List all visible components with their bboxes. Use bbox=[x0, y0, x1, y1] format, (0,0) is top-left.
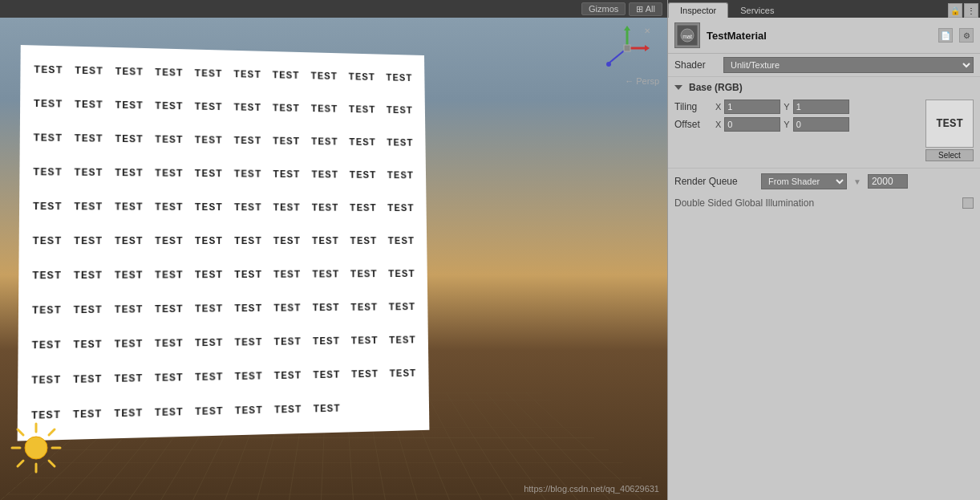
test-cell: TEST bbox=[346, 324, 383, 356]
viewport-toolbar: Gizmos ⊞ All bbox=[0, 0, 667, 18]
svg-rect-6 bbox=[624, 45, 630, 51]
test-cell: TEST bbox=[150, 396, 188, 429]
test-cell: TEST bbox=[269, 392, 307, 425]
test-cell: TEST bbox=[346, 358, 383, 391]
test-cell: TEST bbox=[268, 59, 305, 91]
all-button[interactable]: ⊞ All bbox=[629, 2, 662, 16]
test-cell: TEST bbox=[68, 362, 107, 396]
test-cell: TEST bbox=[190, 157, 228, 189]
test-cell: TEST bbox=[150, 90, 188, 123]
tiling-y-input[interactable] bbox=[793, 100, 849, 114]
tiling-x-input[interactable] bbox=[724, 100, 780, 114]
shader-row: Shader Unlit/Texture bbox=[668, 54, 980, 77]
base-rgb-header: Base (RGB) bbox=[668, 77, 980, 96]
plane-container: TEST TEST TEST TEST TEST TEST TEST TEST … bbox=[18, 45, 430, 441]
texture-preview[interactable]: TEST bbox=[925, 100, 974, 148]
test-cell: TEST bbox=[28, 87, 67, 120]
material-header: mat TestMaterial 📄 ⚙ bbox=[668, 18, 980, 54]
test-cell: TEST bbox=[381, 62, 417, 93]
test-cell: TEST bbox=[27, 224, 67, 257]
tab-inspector[interactable]: Inspector bbox=[668, 2, 728, 18]
panel-tabs: Inspector Services 🔒 ⋮ bbox=[668, 0, 980, 18]
test-cell: TEST bbox=[150, 327, 188, 360]
offset-row: Offset X Y bbox=[674, 117, 917, 132]
test-cell: TEST bbox=[29, 53, 68, 86]
test-cell: TEST bbox=[190, 360, 229, 394]
base-params: Tiling X Y Offset X Y bbox=[674, 100, 917, 135]
test-cell: TEST bbox=[109, 258, 148, 291]
test-cell: TEST bbox=[308, 325, 345, 358]
tiling-x-label: X bbox=[715, 102, 721, 112]
select-button[interactable]: Select bbox=[925, 149, 974, 161]
test-cell: TEST bbox=[110, 89, 148, 122]
test-cell: TEST bbox=[382, 95, 418, 126]
gizmo-area: ✕ ← Persp bbox=[603, 24, 659, 88]
test-cell: TEST bbox=[269, 225, 306, 257]
lock-icon-btn[interactable]: 🔒 bbox=[948, 3, 962, 18]
test-cell: TEST bbox=[229, 58, 266, 90]
offset-y-label: Y bbox=[784, 120, 789, 129]
render-queue-value-input[interactable] bbox=[868, 174, 908, 189]
test-cell: TEST bbox=[229, 91, 266, 124]
test-cell: TEST bbox=[28, 156, 67, 189]
offset-x-input[interactable] bbox=[724, 117, 780, 132]
test-cell: TEST bbox=[70, 55, 109, 87]
svg-line-12 bbox=[18, 429, 23, 435]
test-cell: TEST bbox=[306, 93, 343, 125]
test-cell: TEST bbox=[69, 122, 108, 155]
test-cell: TEST bbox=[109, 327, 148, 361]
offset-label: Offset bbox=[674, 119, 711, 130]
svg-marker-3 bbox=[645, 45, 650, 51]
material-icon: mat bbox=[674, 22, 700, 48]
test-cell: TEST bbox=[268, 158, 305, 190]
test-cell: TEST bbox=[70, 88, 109, 121]
shader-select[interactable]: Unlit/Texture bbox=[723, 57, 974, 73]
gizmos-button[interactable]: Gizmos bbox=[581, 2, 626, 15]
test-cell: TEST bbox=[190, 292, 229, 325]
test-cell: TEST bbox=[190, 225, 228, 257]
test-cell: TEST bbox=[26, 294, 67, 327]
test-cell: TEST bbox=[110, 157, 148, 189]
test-cell: TEST bbox=[383, 160, 419, 191]
test-cell: TEST bbox=[307, 291, 344, 323]
tiling-xy: X Y bbox=[715, 100, 849, 114]
test-cell: TEST bbox=[229, 225, 267, 257]
test-cell: TEST bbox=[229, 258, 267, 291]
test-cell: TEST bbox=[229, 326, 267, 359]
dsgi-checkbox[interactable] bbox=[962, 197, 974, 209]
render-queue-select[interactable]: From Shader bbox=[761, 173, 847, 189]
test-cell: TEST bbox=[382, 127, 418, 158]
test-cell: TEST bbox=[344, 126, 380, 157]
tiling-y-label: Y bbox=[784, 102, 789, 112]
base-rgb-content: Tiling X Y Offset X Y bbox=[668, 96, 980, 169]
test-cell: TEST bbox=[190, 258, 228, 291]
test-cell: TEST bbox=[269, 359, 306, 392]
test-cell: TEST bbox=[67, 397, 107, 432]
test-cell: TEST bbox=[26, 363, 67, 397]
test-cell: TEST bbox=[346, 291, 383, 323]
test-cell: TEST bbox=[26, 328, 67, 362]
test-cell: TEST bbox=[385, 357, 422, 389]
test-cell: TEST bbox=[268, 125, 305, 157]
tab-services[interactable]: Services bbox=[728, 2, 786, 18]
test-cell: TEST bbox=[150, 191, 188, 223]
test-cell: TEST bbox=[383, 225, 419, 256]
test-cell: TEST bbox=[384, 324, 421, 356]
test-cell: TEST bbox=[306, 159, 343, 191]
test-cell: TEST bbox=[110, 55, 148, 88]
test-cell: TEST bbox=[345, 225, 382, 256]
offset-xy: X Y bbox=[715, 117, 849, 132]
test-cell: TEST bbox=[109, 362, 148, 396]
material-settings-btn[interactable]: ⚙ bbox=[959, 28, 974, 43]
test-cell: TEST bbox=[190, 326, 229, 359]
test-cell: TEST bbox=[346, 258, 383, 291]
more-options-btn[interactable]: ⋮ bbox=[964, 3, 978, 18]
offset-y-input[interactable] bbox=[793, 117, 849, 132]
test-cell: TEST bbox=[110, 190, 148, 223]
inspector-panel: Inspector Services 🔒 ⋮ mat TestMaterial … bbox=[667, 0, 980, 500]
test-cell: TEST bbox=[307, 225, 344, 257]
material-file-btn[interactable]: 📄 bbox=[938, 28, 953, 43]
svg-line-15 bbox=[18, 461, 23, 466]
test-cell: TEST bbox=[269, 325, 306, 358]
offset-x-label: X bbox=[715, 120, 721, 129]
